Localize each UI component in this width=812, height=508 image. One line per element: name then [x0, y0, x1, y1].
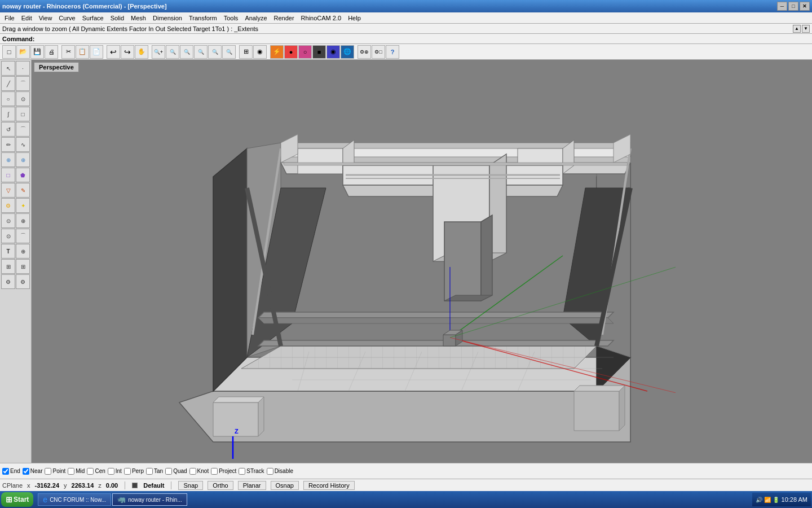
snap-tan-checkbox[interactable] — [146, 468, 153, 475]
snap-near-checkbox[interactable] — [23, 468, 29, 475]
menu-edit[interactable]: Edit — [18, 14, 36, 23]
toolbar-save[interactable]: 💾 — [30, 45, 44, 59]
lt-ellipse[interactable]: ⊙ — [16, 91, 30, 106]
taskbar-browser[interactable]: e CNC FORUM :: Now... — [38, 493, 111, 506]
viewport[interactable]: Perspective — [32, 60, 812, 463]
toolbar-new[interactable]: □ — [2, 45, 16, 59]
toolbar-obj5[interactable]: ◉ — [326, 45, 340, 59]
close-button[interactable]: ✕ — [800, 2, 810, 11]
lt-curve[interactable]: ∫ — [1, 107, 15, 121]
lt-transform1[interactable]: ⊙ — [1, 213, 15, 228]
lt-leader[interactable]: ⊕ — [16, 244, 30, 259]
lt-arc[interactable]: ⌒ — [16, 76, 30, 91]
toolbar-cut[interactable]: ✂ — [61, 45, 75, 59]
lt-mesh1[interactable]: ▽ — [1, 183, 15, 198]
ortho-button[interactable]: Ortho — [208, 481, 233, 490]
toolbar-obj2[interactable]: ● — [284, 45, 298, 59]
lt-extra2[interactable]: ⚙ — [16, 274, 30, 289]
menu-surface[interactable]: Surface — [79, 14, 107, 23]
command-arrow-up[interactable]: ▲ — [793, 25, 801, 33]
toolbar-snap[interactable]: ◉ — [253, 45, 267, 59]
lt-transform2[interactable]: ⊕ — [16, 213, 30, 228]
toolbar-undo[interactable]: ↩ — [107, 45, 120, 59]
menu-analyze[interactable]: Analyze — [241, 14, 270, 23]
toolbar-grid[interactable]: ⊞ — [239, 45, 253, 59]
toolbar-help[interactable]: ? — [386, 45, 399, 59]
toolbar-pan[interactable]: ✋ — [135, 45, 148, 59]
menu-solid[interactable]: Solid — [107, 14, 127, 23]
toolbar-redo[interactable]: ↪ — [121, 45, 134, 59]
lt-analyze2[interactable]: ✦ — [16, 198, 30, 213]
menu-view[interactable]: View — [36, 14, 56, 23]
command-input-field[interactable] — [37, 36, 810, 42]
lt-analyze1[interactable]: ⚙ — [1, 198, 15, 213]
toolbar-paste[interactable]: 📄 — [90, 45, 103, 59]
lt-extra1[interactable]: ⚙ — [1, 274, 15, 289]
toolbar-zoom-extents[interactable]: 🔍 — [222, 45, 236, 59]
snap-disable-checkbox[interactable] — [267, 468, 273, 475]
lt-spline[interactable]: ∿ — [16, 137, 30, 152]
minimize-button[interactable]: ─ — [777, 2, 787, 11]
lt-text[interactable]: T — [1, 244, 15, 259]
snap-quad-checkbox[interactable] — [165, 468, 172, 475]
snap-perp-checkbox[interactable] — [124, 468, 131, 475]
snap-button[interactable]: Snap — [178, 481, 203, 490]
snap-end-checkbox[interactable] — [2, 468, 9, 475]
lt-surface1[interactable]: ⊕ — [1, 152, 15, 167]
planar-button[interactable]: Planar — [238, 481, 266, 490]
snap-cen-checkbox[interactable] — [87, 468, 94, 475]
lt-block2[interactable]: ⊞ — [16, 259, 30, 274]
toolbar-zoom-selected[interactable]: 🔍 — [208, 45, 222, 59]
maximize-button[interactable]: □ — [788, 2, 798, 11]
lt-fillet[interactable]: ⌒ — [16, 122, 30, 137]
record-history-button[interactable]: Record History — [303, 481, 355, 490]
lt-solid2[interactable]: ⬟ — [16, 168, 30, 182]
snap-strack-checkbox[interactable] — [239, 468, 245, 475]
lt-block1[interactable]: ⊞ — [1, 259, 15, 274]
snap-project-checkbox[interactable] — [211, 468, 218, 475]
toolbar-obj1[interactable]: ⚡ — [270, 45, 284, 59]
snap-knot-checkbox[interactable] — [189, 468, 196, 475]
lt-surface2[interactable]: ⊕ — [16, 152, 30, 167]
menu-transform[interactable]: Transform — [186, 14, 220, 23]
snap-point-checkbox[interactable] — [45, 468, 51, 475]
lt-dim2[interactable]: ⌒ — [16, 229, 30, 243]
menu-tools[interactable]: Tools — [220, 14, 242, 23]
toolbar-cfg2[interactable]: ⚙□ — [372, 45, 385, 59]
start-button[interactable]: ⊞ Start — [1, 492, 33, 507]
toolbar-open[interactable]: 📂 — [16, 45, 30, 59]
menu-render[interactable]: Render — [271, 14, 298, 23]
lt-pencil[interactable]: ✏ — [1, 137, 15, 152]
toolbar-copy[interactable]: 📋 — [76, 45, 89, 59]
toolbar-obj6[interactable]: 🌐 — [341, 45, 354, 59]
toolbar-zoom-dynamic[interactable]: 🔍 — [166, 45, 179, 59]
command-arrow-down[interactable]: ▼ — [802, 25, 810, 33]
toolbar-cfg1[interactable]: ⚙⊕ — [358, 45, 371, 59]
lt-dim1[interactable]: ⊙ — [1, 229, 15, 243]
lt-circle[interactable]: ○ — [1, 91, 15, 106]
menu-help[interactable]: Help — [345, 14, 364, 23]
lt-select[interactable]: ↖ — [1, 61, 15, 76]
lt-solid1[interactable]: □ — [1, 168, 15, 182]
menu-mesh[interactable]: Mesh — [127, 14, 149, 23]
lt-line[interactable]: ╱ — [1, 76, 15, 91]
osnap-button[interactable]: Osnap — [271, 481, 299, 490]
menu-dimension[interactable]: Dimension — [149, 14, 186, 23]
viewport-label[interactable]: Perspective — [34, 62, 79, 72]
menu-rhinocam[interactable]: RhinoCAM 2.0 — [298, 14, 345, 23]
snap-int-checkbox[interactable] — [108, 468, 114, 475]
toolbar-zoom-window[interactable]: 🔍+ — [152, 45, 165, 59]
lt-rotate[interactable]: ↺ — [1, 122, 15, 137]
lt-point[interactable]: · — [16, 61, 30, 76]
toolbar-zoom-in[interactable]: 🔍 — [180, 45, 193, 59]
snap-mid-checkbox[interactable] — [68, 468, 74, 475]
lt-rect[interactable]: □ — [16, 107, 30, 121]
lt-mesh2[interactable]: ✎ — [16, 183, 30, 198]
toolbar-obj3[interactable]: ○ — [298, 45, 312, 59]
toolbar-obj4[interactable]: ■ — [312, 45, 326, 59]
toolbar-print[interactable]: 🖨 — [45, 45, 58, 59]
menu-curve[interactable]: Curve — [55, 14, 78, 23]
menu-file[interactable]: File — [1, 14, 18, 23]
taskbar-rhino[interactable]: 🦏 noway router - Rhin... — [112, 493, 187, 506]
toolbar-zoom-out[interactable]: 🔍 — [194, 45, 208, 59]
